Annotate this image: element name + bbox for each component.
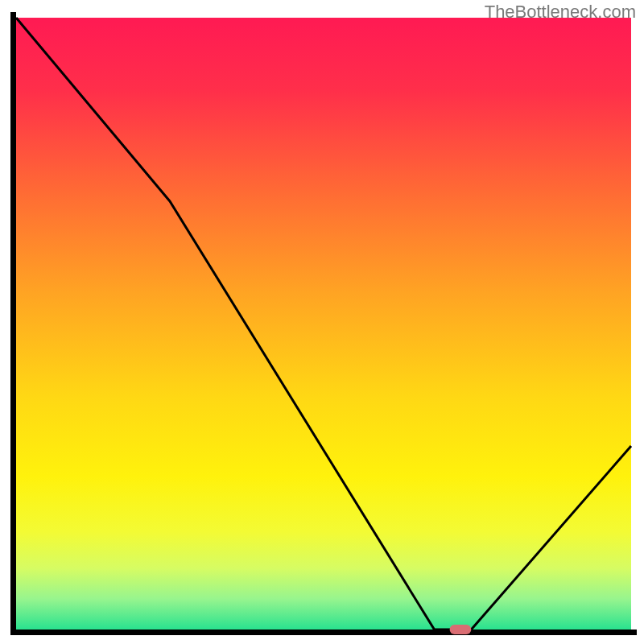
chart-background bbox=[16, 18, 631, 630]
chart-svg bbox=[0, 0, 644, 644]
watermark-label: TheBottleneck.com bbox=[485, 2, 636, 23]
optimal-marker bbox=[450, 625, 472, 634]
bottleneck-chart: TheBottleneck.com bbox=[0, 0, 644, 644]
